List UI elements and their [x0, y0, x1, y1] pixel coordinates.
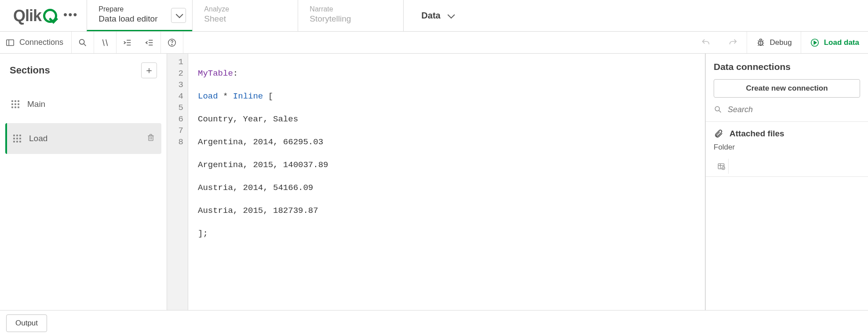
prepare-dropdown-button[interactable]: [171, 8, 186, 23]
svg-line-5: [106, 39, 108, 46]
code-line: Argentina, 2014, 66295.03: [198, 136, 328, 148]
table-icon: [717, 162, 726, 171]
nav-narrate-small: Narrate: [310, 5, 392, 13]
attached-files-header: Attached files: [706, 122, 868, 142]
redo-button[interactable]: [719, 32, 747, 53]
more-menu-icon[interactable]: •••: [63, 9, 78, 23]
code-line: Country, Year, Sales: [198, 113, 328, 125]
code-line: MyTable:: [198, 68, 328, 79]
code-line: Load * Inline [: [198, 91, 328, 102]
connections-panel-toggle[interactable]: Connections: [0, 32, 72, 53]
section-item-main[interactable]: Main: [5, 89, 161, 120]
logo-text: Qlik: [13, 7, 41, 25]
folder-label: Folder: [706, 142, 868, 156]
svg-rect-24: [149, 135, 153, 140]
line-number: 7: [167, 125, 183, 136]
drag-handle-icon[interactable]: [11, 100, 19, 108]
paperclip-icon: [714, 129, 723, 139]
nav-prepare-small: Prepare: [98, 5, 181, 13]
nav-tab-analyze[interactable]: Analyze Sheet: [192, 0, 298, 31]
svg-rect-0: [7, 40, 14, 45]
code-line: Austria, 2015, 182739.87: [198, 205, 328, 216]
data-connections-panel: Data connections Create new connection A…: [705, 54, 868, 310]
play-circle-icon: [810, 38, 820, 47]
connections-search[interactable]: [706, 105, 868, 122]
code-area[interactable]: MyTable: Load * Inline [ Country, Year, …: [188, 54, 328, 310]
line-number: 2: [167, 68, 183, 79]
chevron-down-icon: [447, 11, 455, 18]
section-label: Main: [27, 99, 45, 109]
indent-button[interactable]: [117, 32, 139, 53]
line-number: 3: [167, 79, 183, 91]
logo-area: Qlik •••: [0, 0, 87, 31]
load-data-button[interactable]: Load data: [801, 32, 868, 53]
script-editor[interactable]: 1 2 3 4 5 6 7 8 MyTable: Load * Inline […: [167, 54, 705, 310]
help-icon: [167, 38, 177, 47]
connections-search-input[interactable]: [728, 105, 860, 114]
search-icon: [714, 105, 722, 114]
comment-icon: [100, 38, 110, 47]
delete-section-button[interactable]: [146, 133, 155, 144]
trash-icon: [146, 133, 155, 142]
code-line: ];: [198, 228, 328, 239]
debug-label: Debug: [770, 38, 792, 47]
connections-header: Data connections Create new connection: [706, 54, 868, 105]
nav-tab-prepare[interactable]: Prepare Data load editor: [87, 0, 192, 31]
panel-icon: [5, 38, 15, 47]
redo-icon: [728, 38, 738, 47]
svg-line-19: [762, 40, 763, 41]
svg-marker-23: [814, 41, 817, 44]
nav-analyze-small: Analyze: [204, 5, 286, 13]
logo-q-icon: [43, 9, 57, 23]
line-number: 1: [167, 56, 183, 68]
create-connection-button[interactable]: Create new connection: [714, 79, 860, 98]
search-icon: [78, 38, 88, 47]
attached-files-title: Attached files: [729, 129, 784, 139]
toolbar-spacer: [183, 32, 692, 53]
select-data-button[interactable]: [714, 159, 729, 174]
line-number: 5: [167, 102, 183, 113]
line-number: 4: [167, 91, 183, 102]
footer: Output: [0, 310, 868, 336]
nav-data-dropdown[interactable]: Data: [403, 0, 470, 31]
nav-narrate-big: Storytelling: [310, 14, 392, 24]
help-button[interactable]: [161, 32, 183, 53]
folder-actions: [706, 156, 868, 177]
section-label: Load: [29, 134, 47, 143]
output-button[interactable]: Output: [6, 314, 47, 332]
svg-point-2: [80, 39, 84, 44]
svg-line-29: [719, 110, 721, 112]
svg-point-28: [715, 106, 719, 111]
qlik-logo[interactable]: Qlik: [13, 7, 57, 25]
nav-analyze-big: Sheet: [204, 14, 286, 24]
load-data-label: Load data: [824, 38, 859, 47]
svg-point-13: [171, 44, 172, 44]
connections-title: Data connections: [714, 62, 860, 72]
nav-prepare-big: Data load editor: [98, 14, 181, 24]
line-gutter: 1 2 3 4 5 6 7 8: [167, 54, 188, 310]
connections-label: Connections: [19, 38, 63, 47]
code-line: Argentina, 2015, 140037.89: [198, 159, 328, 171]
nav-data-label: Data: [421, 11, 440, 21]
section-item-load[interactable]: Load: [5, 123, 161, 154]
sections-title: Sections: [10, 65, 50, 76]
nav-tab-narrate[interactable]: Narrate Storytelling: [298, 0, 403, 31]
outdent-icon: [145, 38, 154, 47]
undo-icon: [701, 38, 711, 47]
add-section-button[interactable]: ＋: [141, 62, 157, 78]
svg-line-21: [762, 44, 763, 45]
search-button[interactable]: [72, 32, 94, 53]
line-number: 6: [167, 113, 183, 125]
undo-button[interactable]: [692, 32, 719, 53]
code-line: Austria, 2014, 54166.09: [198, 182, 328, 194]
chevron-down-icon: [176, 11, 183, 18]
outdent-button[interactable]: [139, 32, 161, 53]
sections-sidebar: Sections ＋ Main Load: [0, 54, 167, 310]
drag-handle-icon[interactable]: [13, 135, 21, 142]
line-number: 8: [167, 136, 183, 148]
debug-button[interactable]: Debug: [747, 32, 801, 53]
comment-toggle-button[interactable]: [94, 32, 117, 53]
top-nav: Qlik ••• Prepare Data load editor Analyz…: [0, 0, 868, 32]
workarea: Sections ＋ Main Load 1 2 3 4 5 6 7 8 MyT…: [0, 54, 868, 310]
svg-line-20: [758, 44, 759, 45]
